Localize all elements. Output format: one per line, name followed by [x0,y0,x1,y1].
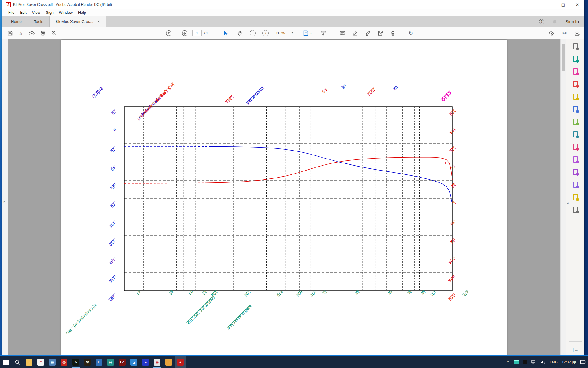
more-tools-glyph [573,207,578,213]
tray-input-device-icon[interactable] [514,360,519,364]
sign-in-button[interactable]: Sign In [565,19,579,24]
redact-icon[interactable] [571,143,579,151]
highlight-icon[interactable] [351,29,359,37]
scroll-up-icon[interactable]: ⌃ [562,40,564,43]
fit-dropdown-caret[interactable]: ▾ [310,32,312,35]
taskbar-chrome[interactable]: ◉ [151,356,163,368]
sign-pen-icon[interactable] [364,29,372,37]
sidebar-divider [569,341,582,342]
print-icon[interactable] [39,29,47,37]
taskbar-file-explorer[interactable]: ▱ [23,356,35,368]
taskbar-media-app[interactable]: ◍ [58,356,70,368]
tray-chevron-icon[interactable]: ⌃ [507,360,510,364]
taskbar-vscode[interactable]: ◢ [128,356,140,368]
tab-tools[interactable]: Tools [28,16,49,27]
scroll-mode-icon[interactable] [319,29,327,37]
taskbar-filezilla[interactable]: FZ [116,356,128,368]
vertical-scrollbar[interactable]: ⌃ ⌄ [560,39,566,355]
delete-pages-icon[interactable] [389,29,397,37]
tab-document[interactable]: KleMos Xover Cros... ✕ [49,16,106,27]
clio-app-app-icon: C [96,359,102,366]
page-number-input[interactable]: 1 [192,30,202,36]
share-upload-icon[interactable] [28,29,36,37]
menu-view[interactable]: View [29,10,43,15]
taskbar-mail-calendar[interactable]: ◔ [163,356,175,368]
protect-pdf-icon[interactable] [571,155,579,163]
taskbar-acrobat-reader[interactable]: ▲ [175,356,186,368]
tab-home[interactable]: Home [5,16,28,27]
fill-and-sign-icon[interactable] [571,181,579,189]
help-icon[interactable]: ? [539,19,544,24]
taskbar-photo-app[interactable]: ✾ [81,356,93,368]
tray-app-icon[interactable] [523,360,527,364]
windows-start-icon [3,360,9,365]
comment-icon[interactable] [571,93,579,101]
taskbar-start[interactable] [0,356,12,368]
taskbar-audio-analyzer[interactable]: ∿ [140,356,151,368]
taskbar-clio-app[interactable]: C [93,356,105,368]
rotate-pages-icon[interactable]: ↻ [407,29,415,37]
search-document-icon[interactable] [571,42,579,50]
comment-icon[interactable] [338,29,346,37]
zoom-level-value[interactable]: 113% [276,31,285,35]
photo-app-app-icon: ✾ [84,359,91,366]
menu-sign[interactable]: Sign [43,10,56,15]
redact-glyph [573,144,578,150]
next-page-icon[interactable] [181,29,189,37]
edit-pdf-icon[interactable] [571,67,579,75]
export-pdf-icon[interactable] [571,55,579,63]
collapse-tools-pane-icon[interactable]: ◂ [567,201,569,205]
taskbar-scope-app[interactable]: ∿ [70,356,81,368]
clock[interactable]: 12:37 μμ [562,360,576,364]
zoom-out-icon[interactable]: − [249,29,257,37]
taskbar-measure-app[interactable]: ▤ [105,356,116,368]
create-pdf-icon[interactable] [571,80,579,88]
nav-expand-icon[interactable]: ▸ [4,200,5,203]
prepare-form-icon[interactable] [571,168,579,176]
scope-app-app-icon: ∿ [72,359,79,366]
fill-and-sign-glyph [573,182,578,188]
select-tool-icon[interactable] [222,29,230,37]
notifications-bell-icon[interactable] [552,19,557,24]
document-canvas[interactable]: 200-20-40-60-80-100-120-140-160-18018014… [8,39,560,355]
more-tools-icon[interactable] [571,206,579,214]
minimize-button[interactable]: — [542,0,556,9]
compress-pdf-icon[interactable] [571,130,579,138]
previous-page-icon[interactable] [165,29,173,37]
chrome-app-icon: ◉ [154,359,160,366]
organize-pages-icon[interactable] [571,118,579,126]
send-for-comments-icon[interactable] [571,193,579,201]
find-icon[interactable] [50,29,58,37]
hand-tool-icon[interactable] [236,29,244,37]
menu-file[interactable]: File [6,10,17,15]
send-mail-icon[interactable]: ✉ [560,29,568,37]
language-indicator[interactable]: ENG [550,360,558,364]
open-tools-pane-icon[interactable]: |→ [571,345,579,353]
zoom-in-icon[interactable]: + [262,29,270,37]
fit-page-icon[interactable] [302,29,310,37]
taskbar-search[interactable] [12,356,23,368]
volume-icon[interactable] [541,360,546,364]
close-button[interactable]: ✕ [570,0,584,9]
scrollbar-thumb[interactable] [562,44,565,71]
fill-sign-icon[interactable] [377,29,385,37]
main-toolbar: ☆ 1 / 1 − + 113% ▾ [2,27,584,39]
menu-window[interactable]: Window [56,10,75,15]
save-icon[interactable] [6,29,14,37]
menu-help[interactable]: Help [75,10,89,15]
tab-close-icon[interactable]: ✕ [97,20,100,24]
maximize-button[interactable]: □ [556,0,570,9]
desktop-wallpaper: A KleMos Xover Cross.pdf - Adobe Acrobat… [0,0,588,368]
scroll-down-icon[interactable]: ⌄ [562,351,564,354]
combine-files-icon[interactable] [571,105,579,113]
taskbar-calculator-app[interactable]: ▦ [47,356,58,368]
taskbar-notes-app[interactable]: ≡ [35,356,47,368]
star-icon[interactable]: ☆ [17,29,25,37]
add-account-avatar-icon[interactable] [573,29,581,37]
network-icon[interactable] [531,360,537,364]
curve-highpass-dashed [124,183,205,183]
action-center-icon[interactable] [580,360,586,365]
get-link-icon[interactable] [548,29,556,37]
zoom-dropdown-caret[interactable]: ▾ [292,31,293,34]
menu-edit[interactable]: Edit [17,10,29,15]
